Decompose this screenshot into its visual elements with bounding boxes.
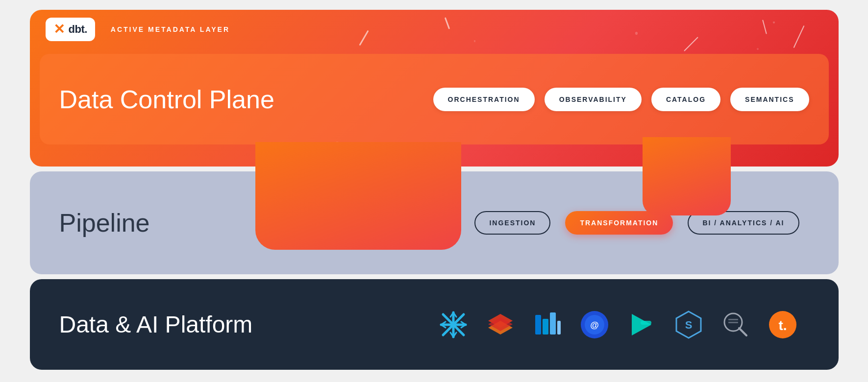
svg-text:t.: t. — [778, 318, 787, 333]
data-ai-platform-title: Data & AI Platform — [59, 311, 253, 338]
snowflake-icon — [437, 308, 470, 341]
data-ai-platform-section: Data & AI Platform — [30, 279, 839, 370]
dbt-logo[interactable]: ✕ dbt. — [46, 18, 95, 41]
starburst-icon: S — [672, 308, 705, 341]
svg-rect-15 — [535, 315, 541, 334]
pill-ingestion[interactable]: INGESTION — [474, 211, 550, 235]
platform-icons-container: @ S — [277, 308, 809, 341]
svg-rect-17 — [550, 312, 556, 334]
main-container: ✕ dbt. ACTIVE METADATA LAYER Data Contro… — [30, 10, 839, 372]
svg-rect-18 — [557, 321, 561, 334]
azure-synapse-icon — [531, 308, 564, 341]
pill-catalog[interactable]: CATALOG — [651, 88, 720, 111]
svg-text:@: @ — [590, 320, 599, 330]
databricks-icon — [484, 308, 517, 341]
fivetran-icon — [625, 308, 658, 341]
active-metadata-label: ACTIVE METADATA LAYER — [111, 25, 230, 33]
data-control-plane-title: Data Control Plane — [59, 85, 274, 114]
data-control-plane-section: Data Control Plane ORCHESTRATION OBSERVA… — [40, 54, 829, 144]
dbt-logo-symbol: ✕ — [53, 23, 65, 36]
svg-text:S: S — [685, 319, 692, 331]
talend-icon: t. — [766, 308, 799, 341]
atlan-icon: @ — [578, 308, 611, 341]
pill-orchestration[interactable]: ORCHESTRATION — [433, 88, 535, 111]
orange-drip-left — [255, 142, 461, 250]
svg-rect-22 — [641, 321, 651, 325]
svg-rect-28 — [728, 319, 738, 320]
pill-semantics[interactable]: SEMANTICS — [730, 88, 809, 111]
header-bar: ✕ dbt. ACTIVE METADATA LAYER — [30, 10, 839, 49]
svg-rect-16 — [543, 319, 548, 334]
control-plane-pills: ORCHESTRATION OBSERVABILITY CATALOG SEMA… — [294, 88, 809, 111]
pill-observability[interactable]: OBSERVABILITY — [545, 88, 642, 111]
pipeline-title: Pipeline — [59, 208, 197, 238]
dbt-logo-text: dbt. — [69, 23, 87, 36]
orange-drip-right — [643, 137, 731, 215]
search-tool-icon — [719, 308, 752, 341]
svg-rect-29 — [728, 322, 738, 323]
svg-line-27 — [739, 328, 746, 335]
